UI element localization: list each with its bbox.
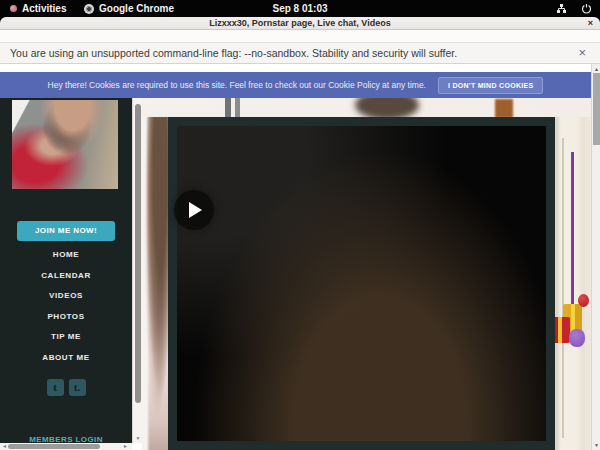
sidebar-item-photos[interactable]: PHOTOS xyxy=(0,310,132,324)
hanging-ribbon xyxy=(571,152,574,318)
clock-label: Sep 8 01:03 xyxy=(272,3,327,14)
scroll-up-arrow-icon[interactable]: ▲ xyxy=(592,66,600,72)
twitter-icon[interactable]: t xyxy=(47,379,64,396)
system-tray[interactable] xyxy=(556,0,592,17)
sidebar-item-calendar[interactable]: CALENDAR xyxy=(0,269,132,283)
sidebar-item-videos[interactable]: VIDEOS xyxy=(0,289,132,303)
profile-sidebar: JOIN ME NOW! HOME CALENDAR VIDEOS PHOTOS… xyxy=(0,98,132,443)
doorframe-shape xyxy=(495,99,513,118)
scrollbar-thumb[interactable] xyxy=(593,73,600,145)
ornament-ball xyxy=(578,294,589,307)
social-links-row: t t. xyxy=(0,379,132,396)
power-icon xyxy=(581,3,592,14)
bed-lace-strip xyxy=(142,117,168,450)
sidebar-horizontal-scrollbar[interactable]: ◄ ► xyxy=(0,443,132,450)
scroll-down-arrow-icon[interactable]: ▼ xyxy=(133,435,143,441)
twitter-icon[interactable]: t. xyxy=(69,379,86,396)
sidebar-item-about-me[interactable]: ABOUT ME xyxy=(0,351,132,365)
profile-photo xyxy=(12,100,118,189)
door-edge-line xyxy=(562,138,564,438)
network-icon xyxy=(556,3,567,14)
sidebar-item-tip-me[interactable]: TIP ME xyxy=(0,330,132,344)
browser-toolbar-area xyxy=(0,30,600,42)
bedpost-shape xyxy=(235,98,240,118)
play-icon xyxy=(189,202,202,218)
gift-box-purple xyxy=(569,329,585,347)
flag-warning-message: You are using an unsupported command-lin… xyxy=(10,43,457,63)
window-title: Lizxxx30, Pornstar page, Live chat, Vide… xyxy=(0,17,600,29)
cookie-accept-button[interactable]: I DON'T MIND COOKIES xyxy=(438,77,543,94)
bedpost-shape xyxy=(225,98,231,118)
scroll-right-arrow-icon[interactable]: ► xyxy=(123,443,128,450)
window-titlebar[interactable]: Lizxxx30, Pornstar page, Live chat, Vide… xyxy=(0,17,600,30)
page-vertical-scrollbar[interactable]: ▲ ▼ xyxy=(591,64,600,450)
scrollbar-thumb[interactable] xyxy=(8,444,100,449)
flag-warning-bar: You are using an unsupported command-lin… xyxy=(0,42,600,64)
sidebar-vertical-scrollbar[interactable]: ▼ xyxy=(132,98,142,443)
cookie-banner: Hey there! Cookies are required to use t… xyxy=(0,72,591,98)
video-screen[interactable] xyxy=(177,126,546,441)
clock[interactable]: Sep 8 01:03 xyxy=(0,0,600,17)
video-player[interactable] xyxy=(168,117,555,450)
join-me-now-button[interactable]: JOIN ME NOW! xyxy=(17,221,115,241)
window-close-button[interactable]: × xyxy=(588,17,593,29)
scroll-down-arrow-icon[interactable]: ▼ xyxy=(592,442,600,448)
cookie-message: Hey there! Cookies are required to use t… xyxy=(48,80,426,90)
scroll-left-arrow-icon[interactable]: ◄ xyxy=(2,443,7,450)
scrollbar-thumb[interactable] xyxy=(135,104,141,403)
flag-warning-close-button[interactable]: × xyxy=(578,43,586,63)
gnome-top-bar: Activities Google Chrome Sep 8 01:03 xyxy=(0,0,600,17)
desktop-screen: Activities Google Chrome Sep 8 01:03 Liz… xyxy=(0,0,600,450)
sidebar-item-home[interactable]: HOME xyxy=(0,248,132,262)
play-button[interactable] xyxy=(174,190,214,230)
